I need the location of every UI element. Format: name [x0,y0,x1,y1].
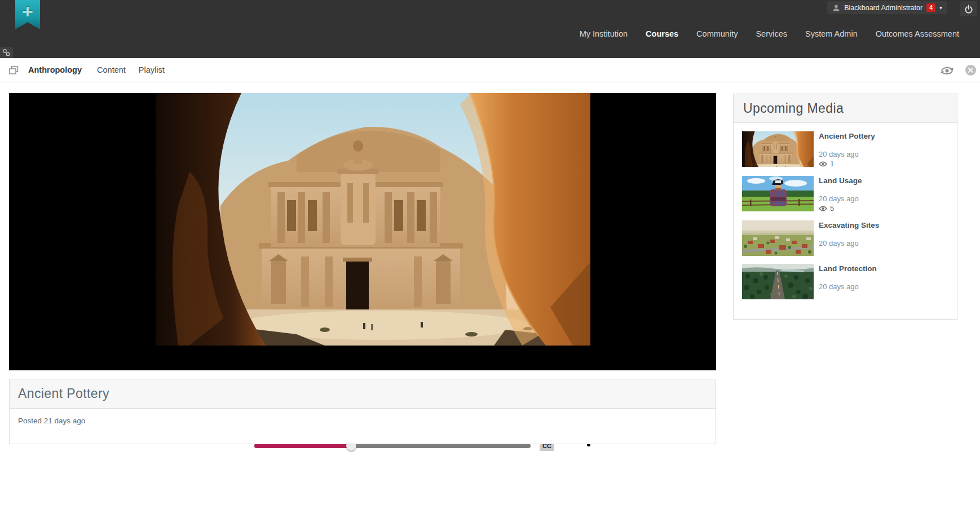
tab-anthropology[interactable]: Anthropology [28,65,82,74]
thumbnail-excavating-sites[interactable] [742,220,814,256]
seek-bar[interactable] [254,444,531,448]
close-circle-icon [965,64,977,76]
nav-courses[interactable]: Courses [646,29,678,38]
chevron-down-icon: ▾ [939,5,942,11]
nav-system-admin[interactable]: System Admin [805,29,858,38]
add-bookmark-button[interactable]: + [15,0,40,29]
thumbnail-land-protection[interactable] [742,264,814,299]
media-detail-body: Posted 21 days ago [9,409,716,444]
upcoming-media-panel: Upcoming Media Ancient Pottery 20 days a… [733,94,957,320]
nav-community[interactable]: Community [696,29,738,38]
thumbnail-land-usage[interactable] [742,176,814,211]
progress-fill [254,444,351,448]
main-navigation: My Institution Courses Community Service… [580,29,959,38]
nav-my-institution[interactable]: My Institution [580,29,628,38]
views-eye-icon [819,161,827,167]
views-eye-icon [819,206,827,211]
item-posted: 20 days ago [819,194,862,203]
user-menu[interactable]: Blackboard Administrator 4 ▾ [827,1,947,14]
person-icon [832,4,840,12]
logout-button[interactable] [960,1,977,16]
posted-date: Posted 21 days ago [18,417,707,425]
tab-content[interactable]: Content [97,65,126,74]
item-title[interactable]: Ancient Pottery [819,132,875,140]
video-player[interactable]: 06:24 / 15:06 CC [9,93,716,370]
power-icon [964,5,973,14]
notification-badge: 4 [926,3,935,12]
tab-playlist[interactable]: Playlist [139,65,165,74]
video-frame-petra [156,93,590,346]
plus-icon: + [22,0,33,23]
list-item-land-protection[interactable]: Land Protection 20 days ago [742,264,948,299]
item-posted: 20 days ago [819,282,877,291]
item-views: 1 [819,160,875,168]
course-tab-bar: Anthropology Content Playlist [0,58,980,82]
student-preview-icon [939,65,955,76]
accessibility-link-button[interactable] [0,47,13,58]
item-posted: 20 days ago [819,239,879,247]
nav-outcomes-assessment[interactable]: Outcomes Assessment [876,29,959,38]
upcoming-media-list: Ancient Pottery 20 days ago 1 [734,123,957,299]
item-views: 5 [819,204,862,213]
view-count: 5 [830,204,834,213]
item-title[interactable]: Land Usage [819,176,862,185]
item-title[interactable]: Land Protection [819,264,877,273]
chain-link-icon [3,49,10,56]
edit-mode-close-button[interactable] [965,64,977,76]
upcoming-media-header: Upcoming Media [734,94,957,123]
upcoming-media-title: Upcoming Media [743,101,844,116]
window-restore-icon[interactable] [9,66,19,74]
media-title-bar: Ancient Pottery [9,379,716,409]
list-item-excavating-sites[interactable]: Excavating Sites 20 days ago [742,220,948,256]
top-header: + Blackboard Administrator 4 ▾ My Instit… [0,0,980,58]
list-item-ancient-pottery[interactable]: Ancient Pottery 20 days ago 1 [742,131,948,168]
thumbnail-ancient-pottery[interactable] [742,131,814,167]
list-item-land-usage[interactable]: Land Usage 20 days ago 5 [742,176,948,213]
item-posted: 20 days ago [819,150,875,158]
user-name: Blackboard Administrator [844,4,922,12]
view-count: 1 [830,160,834,168]
blackboard-app: + Blackboard Administrator 4 ▾ My Instit… [0,0,980,509]
nav-services[interactable]: Services [756,29,787,38]
media-title: Ancient Pottery [18,386,109,401]
item-title[interactable]: Excavating Sites [819,221,879,229]
student-preview-button[interactable] [939,65,955,76]
